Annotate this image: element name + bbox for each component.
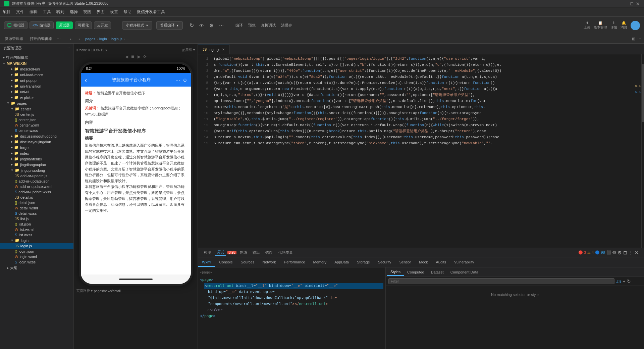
menu-item-select[interactable]: 选择	[70, 9, 78, 15]
maximize-btn[interactable]: □	[631, 1, 633, 6]
tab-error[interactable]: 错误	[263, 249, 275, 256]
settings-gear-btn[interactable]: ⚙	[207, 22, 216, 29]
devtools-tab-performance[interactable]: Performance	[280, 258, 309, 267]
version-mgmt-btn[interactable]: 📋版本管理	[594, 21, 607, 30]
code-editor[interactable]: 0.6 5.5 1 (global["webpackJsonp"]=global…	[198, 54, 644, 248]
folder-pages[interactable]: ▼ 📁 pages	[0, 100, 73, 106]
file-detail-wxss[interactable]: S detail.wxss	[0, 211, 73, 216]
more-btn[interactable]: ⋯	[217, 22, 226, 29]
file-list-json[interactable]: {} list.json	[0, 221, 73, 227]
hotfix-btn[interactable]: 热重载 ▾	[182, 48, 195, 52]
folder-mescroll[interactable]: ▶ 📁 mescroll-uni	[0, 66, 73, 72]
file-add-update-js[interactable]: JS add-or-update.js	[0, 173, 73, 179]
devtools-tab-security[interactable]: Security	[374, 258, 395, 267]
file-list-js[interactable]: JS list.js	[0, 216, 73, 221]
editor-icon-btn[interactable]: </> 编辑器	[30, 21, 54, 29]
devtools-tab-vulnerability[interactable]: Vulnerability	[450, 258, 478, 267]
devtools-settings-btn[interactable]: ⚙	[618, 250, 622, 255]
phone-back-btn[interactable]: ‹	[85, 76, 87, 84]
devtools-tab-sensor[interactable]: Sensor	[395, 258, 415, 267]
menu-item-settings[interactable]: 设置	[110, 9, 118, 15]
visual-icon-btn[interactable]: 可视化	[75, 21, 92, 29]
file-list-wxss[interactable]: S list.wxss	[0, 232, 73, 238]
devtools-close-btn[interactable]: ✕	[635, 250, 639, 255]
styles-tab-styles[interactable]: Styles	[387, 268, 404, 276]
simulator-icon-btn[interactable]: 模拟器	[4, 21, 28, 29]
file-add-update-wxml[interactable]: W add-or-update.wxml	[0, 184, 73, 189]
menu-item-interface[interactable]: 界面	[97, 9, 105, 15]
preview-mode-btn[interactable]: 👁	[197, 22, 206, 29]
file-login-json[interactable]: {} login.json	[0, 249, 73, 254]
menu-item-file[interactable]: 文件	[16, 9, 24, 15]
menu-item-goto[interactable]: 转到	[56, 9, 64, 15]
breadcrumb-pages[interactable]: pages	[85, 37, 95, 41]
split-editor-btn[interactable]: ⊞	[632, 37, 635, 41]
menu-item-tools[interactable]: 工具	[43, 9, 51, 15]
file-add-update-json[interactable]: {} add-or-update.json	[0, 179, 73, 184]
phone-control-stop[interactable]: ⏹	[131, 54, 135, 59]
folder-center[interactable]: ▼ 📁 center	[0, 106, 73, 112]
file-center-wxml[interactable]: W center.wxml	[0, 122, 73, 128]
menu-item-help[interactable]: 帮助	[123, 9, 131, 15]
file-detail-json[interactable]: {} detail.json	[0, 200, 73, 205]
phone-control-back[interactable]: ◀	[125, 54, 128, 59]
file-list-wxml[interactable]: W list.wxml	[0, 227, 73, 232]
folder-uni-popup[interactable]: ▶ 📁 uni-popup	[0, 78, 73, 83]
project-root[interactable]: ▼ MP-WEIXIN	[0, 61, 73, 66]
styles-tab-computed[interactable]: Computed	[404, 269, 428, 276]
phone-control-play[interactable]: ▶	[138, 54, 141, 59]
editor-tab-close[interactable]: ✕	[222, 48, 225, 51]
cloud-icon-btn[interactable]: 云开发	[94, 21, 111, 29]
menu-item-project[interactable]: 项目	[3, 9, 11, 15]
open-editors-toggle[interactable]: ▶ 打开的编辑器	[0, 54, 73, 61]
tab-debug[interactable]: 调试	[215, 249, 226, 256]
file-login-js[interactable]: JS login.js	[0, 243, 73, 249]
file-login-wxss[interactable]: S login.wxss	[0, 259, 73, 265]
file-center-json[interactable]: {} center.json	[0, 117, 73, 122]
devtools-tab-console[interactable]: Console	[215, 258, 237, 267]
tab-network-notice[interactable]: 网络	[238, 249, 249, 256]
menu-item-edit[interactable]: 编辑	[30, 9, 38, 15]
menu-item-view[interactable]: 视图	[83, 9, 91, 15]
folder-forget[interactable]: ▶ 📁 forget	[0, 145, 73, 150]
refresh-style-btn[interactable]: ↻	[627, 279, 631, 284]
tab-output[interactable]: 输出	[251, 249, 262, 256]
styles-filter-input[interactable]	[388, 278, 614, 284]
html-mescroll-line[interactable]: <mescroll-uni bind:__l="__l" bind:down="…	[204, 283, 383, 289]
folder-jingdianfenlei[interactable]: ▶ 📁 jingdianfenlei	[0, 156, 73, 162]
devtools-split-btn[interactable]: ⊟	[623, 250, 627, 255]
devtools-tab-wxml[interactable]: Wxml	[198, 258, 215, 267]
folder-discussyou[interactable]: ▶ 📁 discussyoujingdian	[0, 139, 73, 145]
editor-tab-login-js[interactable]: JS login.js ✕	[198, 45, 230, 54]
folder-discussjingqu[interactable]: ▶ 📁 discussjingquhuodong	[0, 133, 73, 139]
file-add-update-wxss[interactable]: S add-or-update.wxss	[0, 189, 73, 195]
devtools-more-btn[interactable]: ⋮	[629, 250, 633, 255]
folder-jingdiangoupiao[interactable]: ▶ 📁 jingdiangoupiao	[0, 162, 73, 167]
minimize-btn[interactable]: ─	[625, 1, 628, 6]
tab-code-quality[interactable]: 代码质量	[276, 249, 295, 256]
route-more[interactable]: ⋯	[122, 289, 125, 293]
mode-selector[interactable]: 小程序模式 ▼	[122, 21, 152, 30]
upload-btn[interactable]: ⬆上传	[584, 21, 590, 30]
menu-item-wx-devtools[interactable]: 微信开发者工具	[137, 9, 165, 15]
styles-tab-dataset[interactable]: Dataset	[428, 269, 447, 276]
notification-btn[interactable]: 🔔消息	[621, 21, 627, 30]
folder-uni-load-more[interactable]: ▶ 📁 uni-load-more	[0, 72, 73, 78]
more-editor-btn[interactable]: ⋯	[637, 37, 641, 41]
breadcrumb-login[interactable]: login	[99, 37, 107, 41]
devtools-tab-memory[interactable]: Memory	[309, 258, 331, 267]
compile-selector[interactable]: 普通编译 ▼	[156, 21, 183, 30]
more-explorer-btn[interactable]: ⋯	[57, 37, 61, 41]
folder-jingquhuodong[interactable]: ▼ 📁 jingquhuodong	[0, 167, 73, 173]
devtools-tab-network[interactable]: Network	[258, 258, 280, 267]
folder-login[interactable]: ▼ 📁 login	[0, 238, 73, 243]
file-login-wxml[interactable]: W login.wxml	[0, 254, 73, 259]
devtools-tab-audits[interactable]: Audits	[432, 258, 450, 267]
devtools-tab-appdata[interactable]: AppData	[330, 258, 353, 267]
phone-capture-btn[interactable]: ⊙	[183, 78, 187, 83]
close-btn[interactable]: ✕	[636, 1, 640, 6]
open-editors-btn[interactable]: 打开的编辑器	[28, 36, 54, 42]
outline-section[interactable]: ▶ 大纲	[0, 265, 73, 271]
file-detail-js[interactable]: JS detail.js	[0, 195, 73, 200]
devtools-tab-storage[interactable]: Storage	[353, 258, 374, 267]
